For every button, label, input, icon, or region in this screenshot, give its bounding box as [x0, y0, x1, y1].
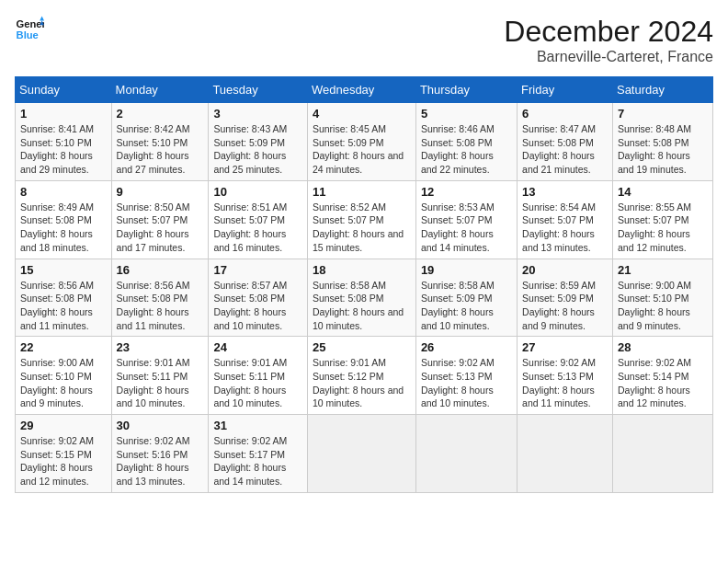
day-number: 27 — [522, 340, 608, 354]
calendar-cell: 25Sunrise: 9:01 AMSunset: 5:12 PMDayligh… — [307, 337, 415, 415]
day-info: Sunrise: 9:02 AMSunset: 5:14 PMDaylight:… — [618, 356, 708, 410]
day-number: 9 — [117, 185, 204, 199]
day-number: 3 — [213, 107, 302, 121]
day-number: 8 — [20, 185, 107, 199]
calendar-cell: 17Sunrise: 8:57 AMSunset: 5:08 PMDayligh… — [209, 259, 308, 337]
calendar-cell: 31Sunrise: 9:02 AMSunset: 5:17 PMDayligh… — [209, 415, 308, 493]
day-info: Sunrise: 8:59 AMSunset: 5:09 PMDaylight:… — [522, 279, 608, 333]
calendar-cell: 3Sunrise: 8:43 AMSunset: 5:09 PMDaylight… — [209, 103, 308, 181]
day-number: 26 — [421, 340, 512, 354]
header: General Blue December 2024 Barneville-Ca… — [15, 15, 713, 65]
day-info: Sunrise: 8:48 AMSunset: 5:08 PMDaylight:… — [618, 122, 708, 177]
day-info: Sunrise: 8:54 AMSunset: 5:07 PMDaylight:… — [522, 201, 608, 255]
calendar-cell: 22Sunrise: 9:00 AMSunset: 5:10 PMDayligh… — [16, 337, 112, 415]
day-number: 11 — [313, 185, 411, 199]
calendar-cell: 9Sunrise: 8:50 AMSunset: 5:07 PMDaylight… — [111, 180, 209, 259]
calendar-cell: 27Sunrise: 9:02 AMSunset: 5:13 PMDayligh… — [518, 337, 613, 415]
day-info: Sunrise: 8:42 AMSunset: 5:10 PMDaylight:… — [117, 122, 204, 177]
calendar-cell: 21Sunrise: 9:00 AMSunset: 5:10 PMDayligh… — [612, 259, 712, 337]
svg-text:Blue: Blue — [17, 29, 39, 40]
day-number: 15 — [20, 263, 107, 277]
day-info: Sunrise: 8:55 AMSunset: 5:07 PMDaylight:… — [618, 201, 708, 255]
calendar-cell — [307, 415, 415, 493]
day-number: 13 — [522, 185, 608, 199]
calendar-cell: 23Sunrise: 9:01 AMSunset: 5:11 PMDayligh… — [111, 337, 209, 415]
calendar-cell: 6Sunrise: 8:47 AMSunset: 5:08 PMDaylight… — [518, 103, 613, 181]
day-info: Sunrise: 8:58 AMSunset: 5:08 PMDaylight:… — [313, 279, 411, 333]
calendar-cell — [612, 415, 712, 493]
day-info: Sunrise: 8:47 AMSunset: 5:08 PMDaylight:… — [522, 122, 608, 177]
title-area: December 2024 Barneville-Carteret, Franc… — [504, 15, 713, 65]
day-number: 14 — [618, 185, 708, 199]
day-info: Sunrise: 8:56 AMSunset: 5:08 PMDaylight:… — [117, 279, 204, 333]
day-info: Sunrise: 9:01 AMSunset: 5:12 PMDaylight:… — [313, 356, 411, 410]
calendar-cell: 29Sunrise: 9:02 AMSunset: 5:15 PMDayligh… — [16, 415, 112, 493]
day-number: 20 — [522, 263, 608, 277]
day-number: 5 — [421, 107, 512, 121]
calendar-body: 1Sunrise: 8:41 AMSunset: 5:10 PMDaylight… — [16, 103, 713, 493]
calendar-cell: 24Sunrise: 9:01 AMSunset: 5:11 PMDayligh… — [209, 337, 308, 415]
week-row-4: 22Sunrise: 9:00 AMSunset: 5:10 PMDayligh… — [16, 337, 713, 415]
day-number: 17 — [213, 263, 302, 277]
day-number: 23 — [117, 340, 204, 354]
day-info: Sunrise: 9:02 AMSunset: 5:13 PMDaylight:… — [522, 356, 608, 410]
calendar-cell: 14Sunrise: 8:55 AMSunset: 5:07 PMDayligh… — [612, 180, 712, 259]
calendar-cell: 12Sunrise: 8:53 AMSunset: 5:07 PMDayligh… — [415, 180, 517, 259]
day-info: Sunrise: 8:58 AMSunset: 5:09 PMDaylight:… — [421, 279, 512, 333]
day-info: Sunrise: 8:51 AMSunset: 5:07 PMDaylight:… — [213, 201, 302, 255]
day-info: Sunrise: 9:00 AMSunset: 5:10 PMDaylight:… — [20, 356, 107, 410]
calendar-cell: 10Sunrise: 8:51 AMSunset: 5:07 PMDayligh… — [209, 180, 308, 259]
day-info: Sunrise: 8:50 AMSunset: 5:07 PMDaylight:… — [117, 201, 204, 255]
day-number: 16 — [117, 263, 204, 277]
calendar-cell: 1Sunrise: 8:41 AMSunset: 5:10 PMDaylight… — [16, 103, 112, 181]
calendar-cell: 13Sunrise: 8:54 AMSunset: 5:07 PMDayligh… — [518, 180, 613, 259]
day-info: Sunrise: 9:01 AMSunset: 5:11 PMDaylight:… — [213, 356, 302, 410]
week-row-2: 8Sunrise: 8:49 AMSunset: 5:08 PMDaylight… — [16, 180, 713, 259]
calendar-table: SundayMondayTuesdayWednesdayThursdayFrid… — [15, 76, 713, 493]
calendar-cell: 8Sunrise: 8:49 AMSunset: 5:08 PMDaylight… — [16, 180, 112, 259]
day-info: Sunrise: 8:41 AMSunset: 5:10 PMDaylight:… — [20, 122, 107, 177]
calendar-cell — [415, 415, 517, 493]
day-info: Sunrise: 8:49 AMSunset: 5:08 PMDaylight:… — [20, 201, 107, 255]
calendar-cell: 26Sunrise: 9:02 AMSunset: 5:13 PMDayligh… — [415, 337, 517, 415]
calendar-cell: 2Sunrise: 8:42 AMSunset: 5:10 PMDaylight… — [111, 103, 209, 181]
logo: General Blue — [15, 15, 44, 44]
day-info: Sunrise: 9:02 AMSunset: 5:13 PMDaylight:… — [421, 356, 512, 410]
day-number: 2 — [117, 107, 204, 121]
day-info: Sunrise: 9:02 AMSunset: 5:15 PMDaylight:… — [20, 434, 107, 488]
day-info: Sunrise: 8:53 AMSunset: 5:07 PMDaylight:… — [421, 201, 512, 255]
day-number: 7 — [618, 107, 708, 121]
day-number: 19 — [421, 263, 512, 277]
day-number: 29 — [20, 419, 107, 432]
calendar-cell: 18Sunrise: 8:58 AMSunset: 5:08 PMDayligh… — [307, 259, 415, 337]
day-number: 31 — [213, 419, 302, 432]
week-row-3: 15Sunrise: 8:56 AMSunset: 5:08 PMDayligh… — [16, 259, 713, 337]
day-info: Sunrise: 8:46 AMSunset: 5:08 PMDaylight:… — [421, 122, 512, 177]
calendar-cell: 28Sunrise: 9:02 AMSunset: 5:14 PMDayligh… — [612, 337, 712, 415]
day-header-thursday: Thursday — [415, 77, 517, 103]
calendar-cell: 4Sunrise: 8:45 AMSunset: 5:09 PMDaylight… — [307, 103, 415, 181]
day-number: 1 — [20, 107, 107, 121]
week-row-1: 1Sunrise: 8:41 AMSunset: 5:10 PMDaylight… — [16, 103, 713, 181]
calendar-cell: 30Sunrise: 9:02 AMSunset: 5:16 PMDayligh… — [111, 415, 209, 493]
calendar-cell: 20Sunrise: 8:59 AMSunset: 5:09 PMDayligh… — [518, 259, 613, 337]
calendar-cell — [518, 415, 613, 493]
calendar-cell: 7Sunrise: 8:48 AMSunset: 5:08 PMDaylight… — [612, 103, 712, 181]
day-header-saturday: Saturday — [612, 77, 712, 103]
month-title: December 2024 — [504, 15, 713, 49]
day-number: 4 — [313, 107, 411, 121]
day-number: 6 — [522, 107, 608, 121]
day-number: 12 — [421, 185, 512, 199]
logo-icon: General Blue — [15, 15, 44, 44]
day-header-wednesday: Wednesday — [307, 77, 415, 103]
day-info: Sunrise: 9:01 AMSunset: 5:11 PMDaylight:… — [117, 356, 204, 410]
calendar-header-row: SundayMondayTuesdayWednesdayThursdayFrid… — [16, 77, 713, 103]
day-header-sunday: Sunday — [16, 77, 112, 103]
day-number: 24 — [213, 340, 302, 354]
calendar-cell: 11Sunrise: 8:52 AMSunset: 5:07 PMDayligh… — [307, 180, 415, 259]
day-info: Sunrise: 8:56 AMSunset: 5:08 PMDaylight:… — [20, 279, 107, 333]
location-title: Barneville-Carteret, France — [504, 49, 713, 65]
week-row-5: 29Sunrise: 9:02 AMSunset: 5:15 PMDayligh… — [16, 415, 713, 493]
calendar-cell: 5Sunrise: 8:46 AMSunset: 5:08 PMDaylight… — [415, 103, 517, 181]
day-number: 25 — [313, 340, 411, 354]
